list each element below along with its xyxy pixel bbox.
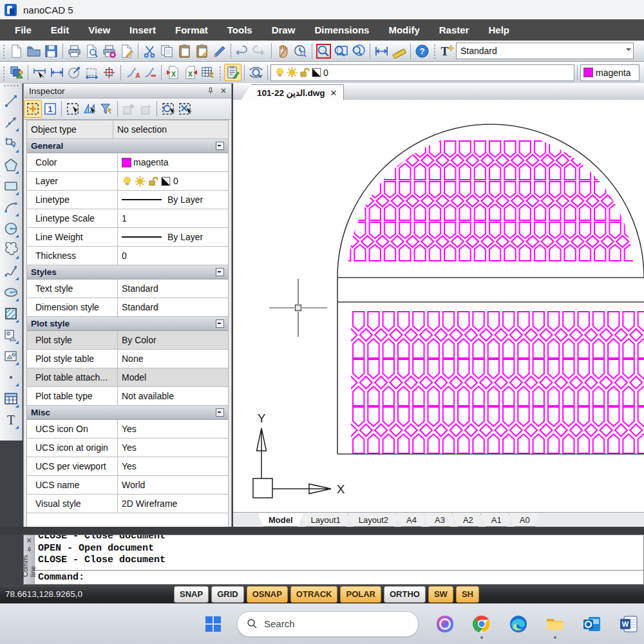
menu-modify[interactable]: Modify — [379, 19, 429, 41]
print-preview-button[interactable] — [83, 43, 100, 60]
taskbar-file-explorer-icon[interactable] — [545, 614, 565, 634]
menu-draw[interactable]: Draw — [262, 19, 305, 41]
text-tool-button[interactable]: T — [2, 409, 20, 430]
point-tool-button[interactable] — [2, 366, 20, 388]
import-table-button[interactable] — [164, 64, 182, 81]
property-row-layer[interactable]: Layer 0 — [27, 172, 228, 191]
tab-a4[interactable]: A4 — [395, 513, 428, 527]
save-button[interactable] — [43, 43, 60, 60]
text-style-button[interactable] — [439, 43, 456, 60]
selection-filter-button[interactable] — [98, 100, 115, 117]
property-row-plot-table-type[interactable]: Plot table type Not available — [27, 387, 228, 406]
pan-button[interactable] — [274, 43, 292, 60]
hatch-tool-button[interactable] — [2, 303, 20, 324]
ellipse-tool-button[interactable] — [2, 281, 20, 303]
property-row-ucs-name[interactable]: UCS name World — [27, 476, 228, 495]
find-replace-button[interactable] — [247, 64, 265, 81]
collapse-icon[interactable] — [216, 142, 224, 150]
3d-polyline-tool-button[interactable] — [2, 133, 20, 154]
paste-special-button[interactable] — [193, 43, 211, 60]
dimension-baseline-button[interactable] — [83, 64, 100, 81]
command-line-panel[interactable]: ✕ Command line CLOSE - Close document OP… — [23, 535, 644, 585]
menu-tools[interactable]: Tools — [218, 19, 262, 41]
taskbar-search[interactable]: Search — [237, 611, 419, 637]
redo-button[interactable] — [251, 43, 269, 60]
tab-model[interactable]: Model — [258, 513, 304, 527]
color-combo[interactable]: magenta — [580, 64, 639, 81]
copy-properties-button[interactable] — [8, 64, 25, 81]
menu-insert[interactable]: Insert — [120, 19, 166, 41]
copy-button[interactable] — [158, 43, 176, 60]
toolbar-grip[interactable] — [2, 65, 6, 80]
toggle-grid[interactable]: GRID — [211, 586, 244, 603]
toggle-snap[interactable]: SNAP — [174, 586, 209, 603]
export-table-button[interactable] — [182, 64, 199, 81]
pin-icon[interactable] — [205, 86, 216, 96]
property-row-visual-style[interactable]: Visual style 2D Wireframe — [27, 495, 228, 513]
deselect-button[interactable] — [176, 100, 193, 117]
property-row-line-weight[interactable]: Line Weight By Layer — [27, 228, 228, 247]
zoom-window-button[interactable] — [315, 43, 332, 60]
command-history-area[interactable]: CLOSE - Close document OPEN - Open docum… — [35, 535, 643, 584]
paste-settings-button[interactable] — [137, 100, 154, 117]
region-tool-button[interactable] — [2, 324, 20, 345]
toggle-osnap[interactable]: OSNAP — [247, 586, 288, 603]
menu-view[interactable]: View — [79, 19, 120, 41]
pin-icon[interactable] — [26, 547, 32, 553]
revision-cloud-tool-button[interactable] — [2, 239, 20, 260]
toggle-polar[interactable]: POLAR — [340, 586, 381, 603]
tab-a1[interactable]: A1 — [480, 513, 513, 527]
toggle-sw[interactable]: SW — [428, 586, 453, 603]
layer-unlock-icon[interactable] — [299, 67, 310, 78]
toggle-otrack[interactable]: OTRACK — [290, 586, 338, 603]
menu-help[interactable]: Help — [478, 19, 519, 41]
select-single-button[interactable]: 1 — [42, 100, 59, 117]
quick-select-button[interactable] — [81, 100, 98, 117]
table-tool-button[interactable] — [2, 388, 20, 409]
toolbar-grip[interactable] — [3, 84, 19, 89]
property-row-plot-style-table[interactable]: Plot style table None — [27, 350, 228, 368]
command-input[interactable]: Command: — [35, 570, 643, 584]
taskbar-edge-icon[interactable] — [508, 614, 529, 634]
line-tool-button[interactable] — [2, 90, 20, 111]
tab-layout1[interactable]: Layout1 — [300, 513, 352, 527]
taskbar-outlook-icon[interactable] — [582, 614, 602, 634]
menu-raster[interactable]: Raster — [430, 19, 479, 41]
paste-button[interactable] — [176, 43, 193, 60]
polygon-tool-button[interactable] — [2, 154, 20, 175]
toolbar-grip[interactable] — [218, 65, 223, 80]
circle-tool-button[interactable] — [2, 218, 20, 239]
collapse-icon[interactable] — [216, 268, 224, 276]
start-button[interactable] — [204, 614, 223, 634]
toggle-ortho[interactable]: ORTHO — [384, 586, 426, 603]
section-styles[interactable]: Styles — [27, 265, 228, 279]
model-space-canvas[interactable]: Y X — [233, 100, 644, 512]
spline-tool-button[interactable] — [2, 260, 20, 281]
zoom-dynamic-button[interactable] — [332, 43, 350, 60]
property-row-linetype[interactable]: Linetype By Layer — [27, 191, 228, 209]
layer-combo[interactable]: 0 — [270, 64, 574, 81]
table-update-button[interactable] — [199, 64, 216, 81]
layer-freeze-sun-icon[interactable] — [287, 67, 298, 78]
taskbar-copilot-icon[interactable] — [435, 614, 455, 634]
dimension-select-button[interactable] — [31, 64, 48, 81]
menu-edit[interactable]: Edit — [41, 19, 79, 41]
menu-format[interactable]: Format — [166, 19, 218, 41]
boundary-tool-button[interactable] — [2, 345, 20, 366]
property-row-text-style[interactable]: Text style Standard — [27, 279, 228, 298]
tab-a3[interactable]: A3 — [424, 513, 456, 527]
menu-dimensions[interactable]: Dimensions — [305, 19, 379, 41]
property-row-plot-style[interactable]: Plot style By Color — [27, 331, 228, 350]
toggle-sh[interactable]: SH — [456, 586, 479, 603]
cut-button[interactable] — [141, 43, 158, 60]
property-row-ucs-icon-origin[interactable]: UCS icon at origin Yes — [27, 439, 228, 457]
format-painter-button[interactable] — [211, 43, 228, 60]
zoom-extents-button[interactable] — [350, 43, 367, 60]
property-row-linetype-scale[interactable]: Linetype Scale 1 — [27, 209, 228, 228]
dimension-edit-add-button[interactable] — [124, 64, 141, 81]
close-icon[interactable]: ✕ — [26, 537, 32, 544]
select-circle-button[interactable] — [160, 100, 176, 117]
property-row-plot-table-attach[interactable]: Plot table attach... Model — [27, 368, 228, 387]
copy-settings-button[interactable] — [120, 100, 137, 117]
select-all-button[interactable] — [24, 100, 42, 118]
